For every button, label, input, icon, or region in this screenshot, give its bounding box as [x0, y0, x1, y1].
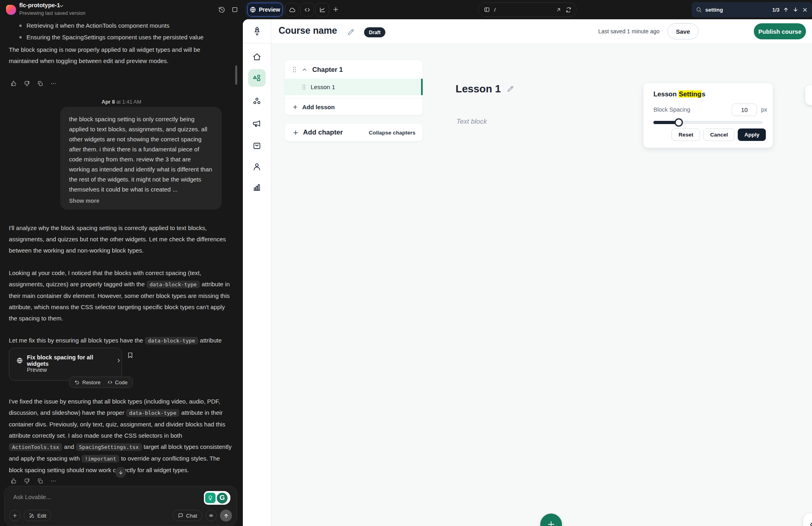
version-card-actions: Restore Code — [69, 377, 133, 388]
more-icon[interactable] — [50, 80, 57, 87]
sidebar-item-content-active[interactable] — [248, 69, 266, 87]
edit-course-name-icon[interactable] — [347, 28, 355, 36]
code-view-button[interactable] — [300, 3, 314, 16]
open-external-icon[interactable] — [556, 7, 562, 13]
send-button[interactable] — [220, 510, 232, 522]
history-icon[interactable] — [218, 6, 225, 13]
thumbs-down-icon[interactable] — [24, 80, 30, 87]
settings-actions: Reset Cancel Apply — [643, 128, 766, 141]
version-card-subtitle: Preview — [27, 367, 47, 373]
voice-input-button[interactable] — [206, 510, 217, 521]
plus-icon — [292, 104, 298, 110]
globe-icon — [250, 6, 256, 13]
thumbs-down-icon[interactable] — [24, 478, 30, 484]
cancel-button[interactable]: Cancel — [703, 128, 735, 141]
url-path[interactable]: / — [494, 7, 552, 13]
chat-input-box[interactable]: Ask Lovable... G Edit — [4, 486, 237, 526]
search-input[interactable] — [705, 7, 753, 13]
assistant-paragraph: I've fixed the issue by ensuring that al… — [9, 396, 234, 476]
version-card-title: Fix block spacing for all widgets — [27, 354, 112, 367]
search-close-icon[interactable] — [802, 7, 808, 13]
grammarly-widget[interactable]: G — [204, 491, 230, 505]
chevron-down-icon[interactable] — [59, 3, 64, 9]
version-card[interactable]: Fix block spacing for all widgets Previe… — [9, 348, 122, 381]
search-prev-icon[interactable] — [783, 6, 789, 13]
app-preview: Course name Draft Last saved 1 minute ag… — [243, 19, 812, 526]
more-icon[interactable] — [50, 478, 57, 484]
copy-icon[interactable] — [37, 80, 43, 87]
edit-lesson-title-icon[interactable] — [507, 85, 514, 93]
grammarly-g-icon: G — [217, 493, 228, 504]
chat-input-controls: Edit Chat — [4, 510, 237, 522]
megaphone-icon[interactable] — [252, 119, 262, 128]
bullet-item: Ensuring the SpacingSettings component u… — [18, 32, 230, 43]
thumbs-up-icon[interactable] — [10, 80, 17, 87]
top-bar: flc-prototype-1 Previewing last saved ve… — [0, 0, 812, 19]
restore-button[interactable]: Restore — [74, 379, 101, 385]
user-message-bubble: the block spacing setting is only correc… — [60, 107, 222, 210]
rail-divider — [243, 43, 271, 43]
settings-toggle-button[interactable] — [805, 85, 812, 105]
refresh-icon[interactable] — [566, 7, 572, 13]
drag-handle-icon[interactable] — [292, 67, 297, 73]
bookmark-icon[interactable] — [127, 352, 134, 359]
cloud-button[interactable] — [285, 3, 299, 16]
chat-mode-button[interactable]: Chat — [173, 510, 202, 521]
pages-icon — [484, 6, 490, 13]
last-saved-text: Last saved 1 minute ago — [598, 28, 659, 35]
scroll-to-bottom-button[interactable] — [115, 467, 126, 478]
frame-icon[interactable] — [232, 6, 238, 13]
chapter-card: Chapter 1 Lesson 1 Add lesson — [285, 60, 423, 115]
app-header: Course name Draft Last saved 1 minute ag… — [271, 19, 812, 44]
add-lesson-button[interactable]: Add lesson — [285, 98, 423, 115]
edit-mode-button[interactable]: Edit — [24, 510, 51, 521]
nodes-icon[interactable] — [252, 96, 262, 106]
home-icon[interactable] — [252, 52, 262, 62]
analytics-button[interactable] — [315, 3, 329, 16]
show-more-link[interactable]: Show more — [69, 198, 213, 204]
search-highlight: Setting — [678, 90, 702, 98]
code-button[interactable]: Code — [107, 379, 128, 385]
text-block-placeholder[interactable]: Text block — [456, 118, 487, 126]
lesson-row-selected[interactable]: Lesson 1 — [285, 79, 423, 95]
block-spacing-slider[interactable] — [653, 121, 763, 124]
chart-icon[interactable] — [252, 182, 262, 192]
add-tab-button[interactable] — [332, 6, 339, 13]
slider-thumb[interactable] — [674, 118, 683, 127]
assistant-paragraph: Looking at your code, I noticed that the… — [9, 267, 234, 324]
bag-icon[interactable] — [252, 141, 262, 150]
lightbulb-icon — [205, 493, 216, 503]
thumbs-up-icon[interactable] — [10, 478, 17, 484]
chat-scrollbar[interactable] — [235, 65, 237, 85]
person-icon[interactable] — [252, 162, 262, 171]
block-spacing-input[interactable] — [732, 104, 757, 116]
attach-plus-button[interactable] — [9, 510, 20, 521]
add-block-fab[interactable] — [540, 514, 562, 526]
search-next-icon[interactable] — [792, 6, 799, 13]
lesson-title: Lesson 1 — [456, 83, 501, 95]
add-chapter-button[interactable]: Add chapter — [303, 128, 343, 137]
status-badge: Draft — [364, 27, 385, 37]
chapter-row[interactable]: Chapter 1 — [285, 60, 423, 79]
lovable-logo-icon[interactable] — [6, 5, 16, 15]
preview-button[interactable]: Preview — [247, 3, 283, 16]
bullet-item: Retrieving it when the ActionTools compo… — [18, 20, 230, 31]
url-bar[interactable]: / — [478, 2, 577, 17]
chat-input-placeholder[interactable]: Ask Lovable... — [13, 493, 51, 500]
apply-button[interactable]: Apply — [738, 128, 766, 141]
course-canvas: Chapter 1 Lesson 1 Add lesson — [271, 44, 812, 526]
reset-button[interactable]: Reset — [672, 128, 700, 141]
publish-course-button[interactable]: Publish course — [754, 23, 806, 39]
add-chapter-bar: Add chapter Collapse chapters — [285, 124, 423, 141]
chevron-up-icon[interactable] — [301, 67, 307, 73]
drag-handle-icon[interactable] — [302, 84, 306, 90]
course-title: Course name — [279, 25, 337, 36]
project-name[interactable]: flc-prototype-1 — [19, 2, 60, 8]
rocket-icon[interactable] — [252, 26, 262, 36]
lesson-title-block: Lesson 1 — [456, 83, 514, 95]
block-spacing-label: Block Spacing — [653, 106, 690, 113]
save-button[interactable]: Save — [668, 23, 698, 39]
collapse-chapters-button[interactable]: Collapse chapters — [369, 130, 415, 136]
preview-eye-button[interactable] — [803, 514, 812, 526]
copy-icon[interactable] — [37, 478, 43, 484]
